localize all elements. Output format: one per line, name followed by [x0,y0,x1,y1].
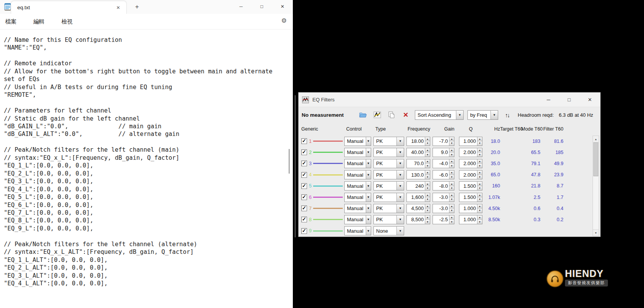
spin-down-icon[interactable]: ▼ [477,152,482,157]
spin-up-icon[interactable]: ▲ [449,182,454,186]
control-select[interactable]: Manual ▼ [344,170,371,179]
spin-down-icon[interactable]: ▼ [449,219,454,224]
scroll-down-icon[interactable]: ▼ [593,229,599,236]
filter-enable-checkbox[interactable]: ✓ [301,194,307,200]
filter-enable-checkbox[interactable]: ✓ [301,205,307,211]
spin-down-icon[interactable]: ▼ [449,175,454,179]
gain-spinner[interactable]: -3.0 ▲▼ [433,204,454,213]
frequency-spinner[interactable]: 40.00 ▲▼ [406,148,430,157]
chevron-down-icon[interactable]: ▼ [490,111,498,119]
spin-up-icon[interactable]: ▲ [477,171,482,175]
control-select[interactable]: Manual ▼ [344,137,371,146]
spin-down-icon[interactable]: ▼ [477,197,482,202]
q-spinner[interactable]: 1.000 ▲▼ [459,215,482,224]
spin-up-icon[interactable]: ▲ [425,148,430,152]
maximize-button[interactable]: □ [251,0,272,13]
gain-spinner[interactable]: -6.0 ▲▼ [433,170,454,179]
frequency-spinner[interactable]: 8,500 ▲▼ [406,215,430,224]
type-select[interactable]: PK ▼ [373,193,404,202]
chevron-down-icon[interactable]: ▼ [396,137,404,146]
control-select[interactable]: Manual ▼ [344,193,371,202]
spin-down-icon[interactable]: ▼ [477,141,482,146]
spin-up-icon[interactable]: ▲ [449,193,454,197]
chevron-down-icon[interactable]: ▼ [396,204,404,213]
frequency-spinner[interactable]: 4,500 ▲▼ [406,204,430,213]
filter-enable-checkbox[interactable]: ✓ [301,161,307,166]
spin-up-icon[interactable]: ▲ [425,204,430,209]
spin-up-icon[interactable]: ▲ [449,148,454,152]
tab-close-icon[interactable]: ✕ [114,4,122,11]
spin-down-icon[interactable]: ▼ [425,208,430,213]
chevron-down-icon[interactable]: ▼ [366,193,371,202]
spin-down-icon[interactable]: ▼ [425,152,430,157]
control-select[interactable]: Manual ▼ [344,215,371,224]
spin-down-icon[interactable]: ▼ [449,186,454,190]
spin-up-icon[interactable]: ▲ [425,171,430,175]
spin-down-icon[interactable]: ▼ [449,141,454,146]
menu-edit[interactable]: 編輯 [33,17,45,26]
sort-order-select[interactable]: Sort Ascending ▼ [415,110,464,120]
filter-enable-checkbox[interactable]: ✓ [301,228,307,234]
measurement-chart-icon[interactable] [373,111,381,119]
chevron-down-icon[interactable]: ▼ [396,227,404,235]
editor-text-area[interactable]: // Name for this EQ configuration "NAME"… [0,30,290,288]
q-spinner[interactable]: 1.500 ▲▼ [459,181,482,190]
spin-up-icon[interactable]: ▲ [425,159,430,164]
filter-enable-checkbox[interactable]: ✓ [301,138,307,144]
spin-down-icon[interactable]: ▼ [449,208,454,213]
chevron-down-icon[interactable]: ▼ [396,182,404,190]
gain-spinner[interactable]: -3.0 ▲▼ [433,193,454,202]
close-button[interactable]: ✕ [272,0,293,13]
chevron-down-icon[interactable]: ▼ [366,215,371,224]
spin-down-icon[interactable]: ▼ [425,175,430,179]
spin-up-icon[interactable]: ▲ [425,137,430,141]
eq-minimize-button[interactable]: ─ [538,93,559,107]
spin-down-icon[interactable]: ▼ [477,219,482,224]
chevron-down-icon[interactable]: ▼ [366,137,371,146]
spin-up-icon[interactable]: ▲ [425,182,430,186]
spin-up-icon[interactable]: ▲ [449,159,454,164]
spin-up-icon[interactable]: ▲ [477,148,482,152]
spin-down-icon[interactable]: ▼ [477,175,482,179]
type-select[interactable]: PK ▼ [373,148,404,157]
chevron-down-icon[interactable]: ▼ [366,171,371,179]
spin-down-icon[interactable]: ▼ [449,152,454,157]
chevron-down-icon[interactable]: ▼ [366,204,371,213]
frequency-spinner[interactable]: 240 ▲▼ [406,181,430,190]
chevron-down-icon[interactable]: ▼ [396,215,404,224]
spin-up-icon[interactable]: ▲ [477,182,482,186]
eq-maximize-button[interactable]: □ [559,93,580,107]
copy-icon[interactable] [388,111,395,119]
spin-up-icon[interactable]: ▲ [425,193,430,197]
frequency-spinner[interactable]: 130.0 ▲▼ [406,170,430,179]
chevron-down-icon[interactable]: ▼ [396,148,404,157]
type-select[interactable]: PK ▼ [373,181,404,190]
notepad-scrollbar-thumb[interactable] [289,149,290,174]
spin-down-icon[interactable]: ▼ [477,163,482,168]
spin-up-icon[interactable]: ▲ [477,215,482,220]
chevron-down-icon[interactable]: ▼ [396,171,404,179]
spin-up-icon[interactable]: ▲ [449,137,454,141]
spin-down-icon[interactable]: ▼ [477,186,482,190]
control-select[interactable]: Manual ▼ [344,226,371,235]
spin-down-icon[interactable]: ▼ [425,141,430,146]
spin-up-icon[interactable]: ▲ [477,159,482,164]
type-select[interactable]: PK ▼ [373,137,404,146]
eq-close-button[interactable]: ✕ [580,93,600,107]
chevron-down-icon[interactable]: ▼ [396,193,404,202]
q-spinner[interactable]: 1.500 ▲▼ [459,193,482,202]
chevron-down-icon[interactable]: ▼ [366,227,371,235]
settings-gear-icon[interactable]: ⚙ [281,17,287,24]
spin-down-icon[interactable]: ▼ [425,186,430,190]
spin-down-icon[interactable]: ▼ [425,197,430,202]
spin-up-icon[interactable]: ▲ [477,193,482,197]
gain-spinner[interactable]: 9.0 ▲▼ [433,148,454,157]
type-select[interactable]: None ▼ [373,226,404,235]
chevron-down-icon[interactable]: ▼ [366,182,371,190]
type-select[interactable]: PK ▼ [373,215,404,224]
type-select[interactable]: PK ▼ [373,170,404,179]
eq-scrollbar[interactable]: ▲ ▼ [593,136,599,236]
sort-direction-icon[interactable]: ↑↓ [505,112,514,118]
q-spinner[interactable]: 1.000 ▲▼ [459,137,482,146]
control-select[interactable]: Manual ▼ [344,204,371,213]
